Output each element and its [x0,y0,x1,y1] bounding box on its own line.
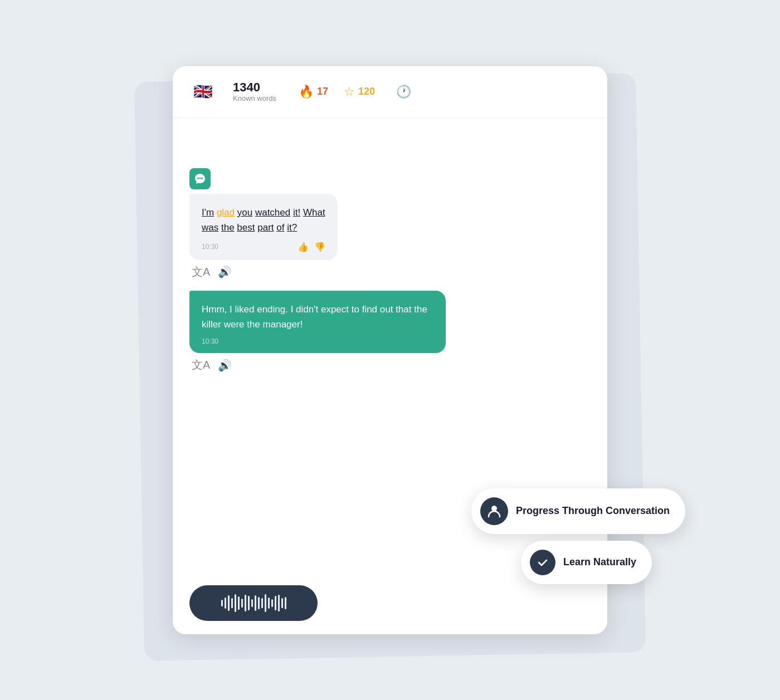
thumbs-up-icon[interactable]: 👍 [298,242,309,252]
waveform-bar-1 [221,600,223,606]
waveform-bar-8 [245,595,246,611]
waveform-bar-3 [228,595,230,611]
bot-bubble: I'm glad you watched it! What was [189,194,338,260]
user-message-tools: 文A 🔊 [189,358,232,373]
known-words-block: 1340 Known words [233,81,276,102]
user-message-time: 10:30 [202,337,433,345]
waveform-bar-15 [268,598,270,609]
recording-bar [173,576,607,634]
waveform-bar-13 [261,598,263,608]
streak-stat: 🔥 17 [299,85,328,99]
waveform-visual [221,594,286,612]
user-bubble-text: Hmm, I liked ending. I didn't expect to … [202,302,433,332]
progress-card-label: Progress Through Conversation [516,505,670,517]
translate-icon[interactable]: 文A [192,265,210,280]
history-icon: 🕐 [396,85,411,99]
bot-bubble-text: I'm glad you watched it! What was [202,205,325,235]
waveform-bar-6 [238,596,240,610]
waveform-bar-5 [235,594,236,612]
waveform-bar-19 [281,598,283,608]
bot-message-time: 10:30 [202,243,218,251]
language-flag[interactable]: 🇬🇧 [189,79,216,105]
word-of[interactable]: of [276,222,284,233]
bubble-actions: 👍 👎 [298,242,325,252]
waveform-bar-12 [258,597,260,609]
word-it1[interactable]: it! [293,207,300,218]
user-translate-icon[interactable]: 文A [192,358,210,373]
thumbs-down-icon[interactable]: 👎 [314,242,325,252]
waveform-bar-16 [271,599,273,607]
waveform-bar-2 [225,598,226,609]
waveform-bar-17 [275,596,276,610]
waveform-button[interactable] [189,585,318,621]
user-message-wrapper: Hmm, I liked ending. I didn't expect to … [189,291,591,373]
streak-count: 17 [317,86,328,97]
known-words-number: 1340 [233,81,276,94]
star-count: 120 [358,86,375,97]
known-words-label: Known words [233,94,276,102]
word-glad[interactable]: glad [217,207,235,218]
history-stat[interactable]: 🕐 [391,85,411,99]
word-it2[interactable]: it? [287,222,297,233]
waveform-bar-9 [248,596,250,610]
fire-icon: 🔥 [299,85,314,99]
waveform-bar-7 [241,599,243,608]
word-you[interactable]: you [237,207,252,218]
word-im[interactable]: I'm [202,207,214,218]
learn-card-label: Learn Naturally [563,556,636,568]
user-bubble: Hmm, I liked ending. I didn't expect to … [189,291,446,353]
word-was[interactable]: was [202,222,218,233]
waveform-bar-4 [231,598,233,608]
word-part[interactable]: part [257,222,274,233]
learn-card: Learn Naturally [521,541,652,584]
waveform-bar-11 [255,595,256,611]
svg-point-1 [199,177,201,179]
bot-message-wrapper: I'm glad you watched it! What was [189,168,591,280]
bot-bubble-footer: 10:30 👍 👎 [202,242,325,252]
star-stat: ☆ 120 [344,85,375,99]
header: 🇬🇧 1340 Known words 🔥 17 ☆ 120 🕐 [173,66,607,118]
waveform-bar-10 [251,599,253,607]
waveform-bar-14 [265,594,266,612]
message-tools: 文A 🔊 [189,265,232,280]
header-stats: 🔥 17 ☆ 120 🕐 [299,85,411,99]
word-watched[interactable]: watched [255,207,290,218]
progress-card-icon [480,497,508,525]
star-icon: ☆ [344,85,355,99]
user-speaker-icon[interactable]: 🔊 [218,359,232,372]
progress-card: Progress Through Conversation [471,488,685,534]
word-best[interactable]: best [237,222,255,233]
speaker-icon[interactable]: 🔊 [218,265,232,278]
word-the[interactable]: the [221,222,235,233]
svg-point-2 [201,177,203,179]
check-circle-icon [530,550,555,575]
svg-point-0 [197,177,199,179]
svg-point-3 [491,506,497,511]
word-what[interactable]: What [303,207,325,218]
bot-avatar [189,168,211,189]
waveform-bar-18 [278,595,280,611]
waveform-bar-20 [285,597,286,609]
